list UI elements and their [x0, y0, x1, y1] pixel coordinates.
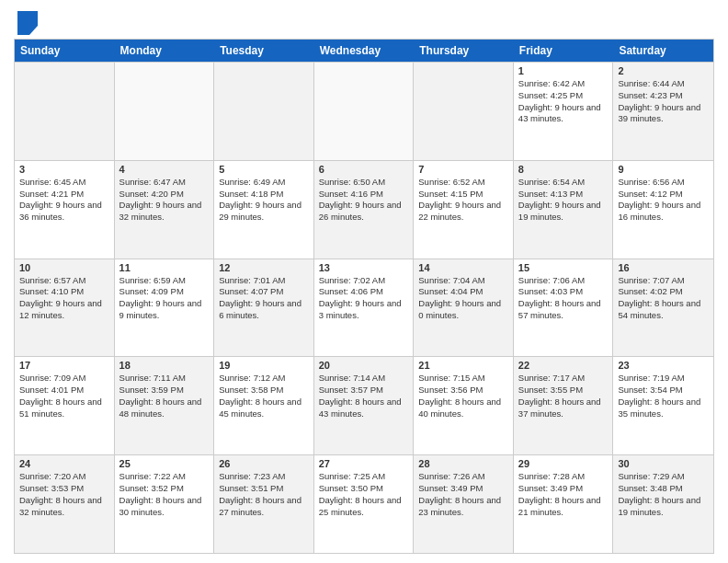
calendar-cell: 23Sunrise: 7:19 AM Sunset: 3:54 PM Dayli… [613, 357, 713, 454]
day-number: 25 [119, 458, 210, 469]
calendar-cell: 27Sunrise: 7:25 AM Sunset: 3:50 PM Dayli… [314, 455, 415, 553]
day-info: Sunrise: 6:54 AM Sunset: 4:13 PM Dayligh… [518, 177, 609, 224]
day-info: Sunrise: 6:56 AM Sunset: 4:12 PM Dayligh… [618, 177, 709, 224]
day-info: Sunrise: 7:06 AM Sunset: 4:03 PM Dayligh… [518, 275, 609, 322]
day-info: Sunrise: 7:29 AM Sunset: 3:48 PM Dayligh… [618, 471, 709, 518]
calendar-row: 10Sunrise: 6:57 AM Sunset: 4:10 PM Dayli… [15, 259, 713, 357]
day-number: 26 [219, 458, 309, 469]
calendar-cell: 9Sunrise: 6:56 AM Sunset: 4:12 PM Daylig… [613, 161, 713, 259]
weekday-header: Monday [115, 40, 215, 62]
day-info: Sunrise: 7:19 AM Sunset: 3:54 PM Dayligh… [618, 373, 709, 419]
page: SundayMondayTuesdayWednesdayThursdayFrid… [0, 0, 728, 563]
header [14, 9, 714, 35]
day-info: Sunrise: 7:23 AM Sunset: 3:51 PM Dayligh… [219, 471, 309, 518]
calendar-cell: 16Sunrise: 7:07 AM Sunset: 4:02 PM Dayli… [613, 259, 713, 357]
day-number: 13 [319, 262, 409, 273]
calendar-cell [314, 63, 415, 160]
calendar-cell: 4Sunrise: 6:47 AM Sunset: 4:20 PM Daylig… [115, 161, 215, 259]
day-number: 2 [618, 65, 709, 76]
calendar-cell [214, 63, 314, 160]
day-number: 22 [518, 360, 609, 371]
day-number: 3 [19, 164, 109, 175]
calendar-cell: 20Sunrise: 7:14 AM Sunset: 3:57 PM Dayli… [314, 357, 415, 454]
calendar-cell: 12Sunrise: 7:01 AM Sunset: 4:07 PM Dayli… [214, 259, 314, 357]
day-info: Sunrise: 7:04 AM Sunset: 4:04 PM Dayligh… [418, 275, 508, 322]
calendar-cell: 24Sunrise: 7:20 AM Sunset: 3:53 PM Dayli… [15, 455, 115, 553]
day-number: 18 [119, 360, 210, 371]
day-info: Sunrise: 7:22 AM Sunset: 3:52 PM Dayligh… [119, 471, 210, 518]
day-number: 19 [219, 360, 309, 371]
day-info: Sunrise: 7:14 AM Sunset: 3:57 PM Dayligh… [319, 373, 409, 419]
calendar-cell: 25Sunrise: 7:22 AM Sunset: 3:52 PM Dayli… [115, 455, 215, 553]
calendar-cell: 2Sunrise: 6:44 AM Sunset: 4:23 PM Daylig… [613, 63, 713, 160]
calendar-cell: 10Sunrise: 6:57 AM Sunset: 4:10 PM Dayli… [15, 259, 115, 357]
calendar-cell: 22Sunrise: 7:17 AM Sunset: 3:55 PM Dayli… [514, 357, 614, 454]
day-info: Sunrise: 6:57 AM Sunset: 4:10 PM Dayligh… [19, 275, 109, 322]
day-number: 14 [418, 262, 508, 273]
calendar-row: 1Sunrise: 6:42 AM Sunset: 4:25 PM Daylig… [15, 62, 713, 160]
calendar-cell: 11Sunrise: 6:59 AM Sunset: 4:09 PM Dayli… [115, 259, 215, 357]
calendar-cell: 28Sunrise: 7:26 AM Sunset: 3:49 PM Dayli… [414, 455, 514, 553]
calendar-row: 24Sunrise: 7:20 AM Sunset: 3:53 PM Dayli… [15, 454, 713, 553]
day-info: Sunrise: 7:25 AM Sunset: 3:50 PM Dayligh… [319, 471, 409, 518]
day-number: 5 [219, 164, 309, 175]
calendar-cell: 21Sunrise: 7:15 AM Sunset: 3:56 PM Dayli… [414, 357, 514, 454]
day-number: 7 [418, 164, 508, 175]
day-info: Sunrise: 7:02 AM Sunset: 4:06 PM Dayligh… [319, 275, 409, 322]
weekday-header: Tuesday [214, 40, 314, 62]
day-number: 28 [418, 458, 508, 469]
logo-icon [17, 11, 38, 35]
day-number: 29 [518, 458, 609, 469]
day-number: 21 [418, 360, 508, 371]
day-number: 11 [119, 262, 210, 273]
day-number: 23 [618, 360, 709, 371]
calendar-cell: 30Sunrise: 7:29 AM Sunset: 3:48 PM Dayli… [613, 455, 713, 553]
day-number: 15 [518, 262, 609, 273]
calendar-cell: 13Sunrise: 7:02 AM Sunset: 4:06 PM Dayli… [314, 259, 415, 357]
calendar-cell: 3Sunrise: 6:45 AM Sunset: 4:21 PM Daylig… [15, 161, 115, 259]
weekday-header: Thursday [414, 40, 514, 62]
svg-marker-0 [17, 11, 38, 35]
day-info: Sunrise: 7:28 AM Sunset: 3:49 PM Dayligh… [518, 471, 609, 518]
day-number: 20 [319, 360, 409, 371]
day-number: 9 [618, 164, 709, 175]
day-number: 6 [319, 164, 409, 175]
day-info: Sunrise: 7:11 AM Sunset: 3:59 PM Dayligh… [119, 373, 210, 419]
calendar-cell: 15Sunrise: 7:06 AM Sunset: 4:03 PM Dayli… [514, 259, 614, 357]
weekday-header: Saturday [613, 40, 713, 62]
weekday-header: Wednesday [314, 40, 415, 62]
day-info: Sunrise: 7:26 AM Sunset: 3:49 PM Dayligh… [418, 471, 508, 518]
day-info: Sunrise: 7:20 AM Sunset: 3:53 PM Dayligh… [19, 471, 109, 518]
day-info: Sunrise: 6:42 AM Sunset: 4:25 PM Dayligh… [518, 78, 609, 125]
weekday-header: Sunday [15, 40, 115, 62]
calendar: SundayMondayTuesdayWednesdayThursdayFrid… [14, 39, 714, 554]
day-info: Sunrise: 6:45 AM Sunset: 4:21 PM Dayligh… [19, 177, 109, 224]
day-info: Sunrise: 6:47 AM Sunset: 4:20 PM Dayligh… [119, 177, 210, 224]
calendar-cell: 18Sunrise: 7:11 AM Sunset: 3:59 PM Dayli… [115, 357, 215, 454]
calendar-header: SundayMondayTuesdayWednesdayThursdayFrid… [15, 40, 713, 62]
day-number: 4 [119, 164, 210, 175]
day-number: 8 [518, 164, 609, 175]
calendar-cell: 5Sunrise: 6:49 AM Sunset: 4:18 PM Daylig… [214, 161, 314, 259]
day-info: Sunrise: 6:49 AM Sunset: 4:18 PM Dayligh… [219, 177, 309, 224]
calendar-cell [115, 63, 215, 160]
day-info: Sunrise: 7:01 AM Sunset: 4:07 PM Dayligh… [219, 275, 309, 322]
calendar-cell: 1Sunrise: 6:42 AM Sunset: 4:25 PM Daylig… [514, 63, 614, 160]
day-info: Sunrise: 6:50 AM Sunset: 4:16 PM Dayligh… [319, 177, 409, 224]
day-info: Sunrise: 7:12 AM Sunset: 3:58 PM Dayligh… [219, 373, 309, 419]
calendar-row: 17Sunrise: 7:09 AM Sunset: 4:01 PM Dayli… [15, 356, 713, 454]
calendar-cell: 14Sunrise: 7:04 AM Sunset: 4:04 PM Dayli… [414, 259, 514, 357]
calendar-cell: 8Sunrise: 6:54 AM Sunset: 4:13 PM Daylig… [514, 161, 614, 259]
calendar-body: 1Sunrise: 6:42 AM Sunset: 4:25 PM Daylig… [15, 62, 713, 553]
day-info: Sunrise: 6:44 AM Sunset: 4:23 PM Dayligh… [618, 78, 709, 125]
weekday-header: Friday [514, 40, 614, 62]
calendar-cell: 17Sunrise: 7:09 AM Sunset: 4:01 PM Dayli… [15, 357, 115, 454]
day-info: Sunrise: 7:07 AM Sunset: 4:02 PM Dayligh… [618, 275, 709, 322]
day-number: 12 [219, 262, 309, 273]
day-info: Sunrise: 6:52 AM Sunset: 4:15 PM Dayligh… [418, 177, 508, 224]
day-number: 1 [518, 65, 609, 76]
calendar-cell: 19Sunrise: 7:12 AM Sunset: 3:58 PM Dayli… [214, 357, 314, 454]
day-info: Sunrise: 6:59 AM Sunset: 4:09 PM Dayligh… [119, 275, 210, 322]
calendar-cell [414, 63, 514, 160]
calendar-cell: 7Sunrise: 6:52 AM Sunset: 4:15 PM Daylig… [414, 161, 514, 259]
